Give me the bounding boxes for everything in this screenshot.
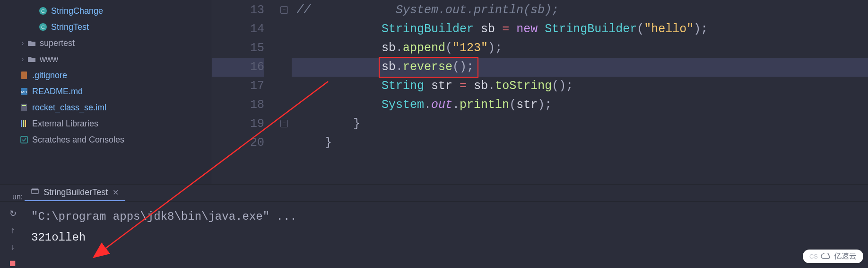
line-number: 19 (212, 115, 264, 134)
run-side-label: un: (12, 193, 23, 201)
rerun-icon[interactable]: ↻ (9, 208, 17, 219)
tree-item-label: Scratches and Consoles (32, 135, 124, 145)
run-tab-stringbuildertest[interactable]: StringBuilderTest ✕ (25, 185, 125, 201)
tree-item-www[interactable]: ›www (0, 51, 212, 67)
scratch-icon (19, 135, 29, 144)
tree-item-label: StringTest (51, 22, 89, 32)
tree-item-label: External Libraries (32, 119, 98, 129)
tree-item-label: www (40, 54, 58, 64)
tree-item-readme-md[interactable]: MDREADME.md (0, 83, 212, 99)
tree-item-label: rocket_class_se.iml (32, 103, 106, 113)
stop-icon[interactable]: ⏹ (9, 259, 17, 268)
down-icon[interactable]: ↓ (11, 242, 15, 252)
tree-item-external-libraries[interactable]: External Libraries (0, 116, 212, 132)
tree-item-rocket-class-se-iml[interactable]: rocket_class_se.iml (0, 99, 212, 116)
git-file-icon (19, 71, 29, 80)
line-number: 15 (212, 39, 264, 58)
watermark-badge: CS 亿速云 (803, 250, 863, 263)
line-number: 13 (212, 1, 264, 20)
tree-item-supertest[interactable]: ›supertest (0, 35, 212, 51)
tree-item--gitignore[interactable]: .gitignore (0, 67, 212, 83)
console-command-line: "C:\program apps\jdk8\bin\java.exe" ... (31, 206, 862, 227)
chevron-right-icon: › (19, 55, 26, 63)
svg-rect-7 (21, 104, 27, 111)
close-icon[interactable]: ✕ (113, 188, 119, 197)
fold-column: − − (278, 0, 292, 184)
tree-item-label: supertest (40, 38, 75, 48)
line-number: 20 (212, 134, 264, 152)
class-circle-icon: C (38, 23, 48, 31)
code-line[interactable]: sb.append("123"); (292, 39, 868, 58)
svg-text:MD: MD (21, 90, 27, 94)
run-panel: un: StringBuilderTest ✕ ↻ ↑ ↓ ⏹ "C:\prog… (0, 184, 868, 268)
run-tab-label: StringBuilderTest (43, 188, 108, 197)
project-tree-panel: CStringChangeCStringTest›supertest›www.g… (0, 0, 212, 184)
code-editor[interactable]: 1314151617181920 − − // System.out.print… (212, 0, 868, 184)
md-file-icon: MD (19, 87, 29, 96)
chevron-right-icon: › (19, 39, 26, 47)
svg-rect-12 (21, 136, 27, 143)
svg-rect-14 (32, 189, 38, 190)
library-icon (19, 119, 29, 128)
code-line[interactable]: } (292, 134, 868, 152)
line-number: 17 (212, 77, 264, 96)
tree-item-label: StringChange (51, 6, 103, 16)
tree-item-stringchange[interactable]: CStringChange (0, 3, 212, 19)
tree-item-scratches-and-consoles[interactable]: Scratches and Consoles (0, 132, 212, 148)
watermark-text: 亿速云 (834, 251, 857, 261)
run-tabs-bar: un: StringBuilderTest ✕ (0, 185, 868, 202)
code-line[interactable]: StringBuilder sb = new StringBuilder("he… (292, 20, 868, 39)
code-line[interactable]: } (292, 115, 868, 134)
svg-rect-11 (25, 120, 26, 127)
up-icon[interactable]: ↑ (11, 225, 15, 235)
console-output-line: 321olleh (31, 227, 862, 248)
tree-item-label: README.md (32, 87, 83, 97)
tree-item-label: .gitignore (32, 71, 67, 80)
fold-marker-icon[interactable]: − (280, 6, 288, 14)
code-area[interactable]: // System.out.println(sb); StringBuilder… (292, 0, 868, 184)
line-number: 18 (212, 96, 264, 115)
iml-file-icon (19, 103, 29, 112)
class-circle-icon: C (38, 7, 48, 15)
tree-item-stringtest[interactable]: CStringTest (0, 19, 212, 35)
line-number-gutter: 1314151617181920 (212, 0, 278, 184)
line-number: 16 (212, 58, 264, 77)
code-line[interactable]: // System.out.println(sb); (292, 1, 868, 20)
svg-text:C: C (41, 24, 44, 30)
code-line[interactable]: System.out.println(str); (292, 96, 868, 115)
svg-rect-9 (21, 120, 22, 127)
line-number: 14 (212, 20, 264, 39)
run-config-icon (31, 188, 39, 197)
run-toolbar: ↻ ↑ ↓ ⏹ (0, 202, 26, 268)
svg-rect-8 (22, 105, 26, 106)
svg-rect-4 (21, 71, 27, 79)
console-output[interactable]: "C:\program apps\jdk8\bin\java.exe" ... … (26, 202, 868, 268)
fold-marker-icon[interactable]: − (280, 120, 288, 127)
svg-text:C: C (41, 8, 44, 14)
code-line[interactable]: String str = sb.toString(); (292, 77, 868, 96)
folder-icon (26, 55, 37, 63)
svg-rect-10 (23, 120, 24, 127)
folder-icon (26, 39, 37, 47)
